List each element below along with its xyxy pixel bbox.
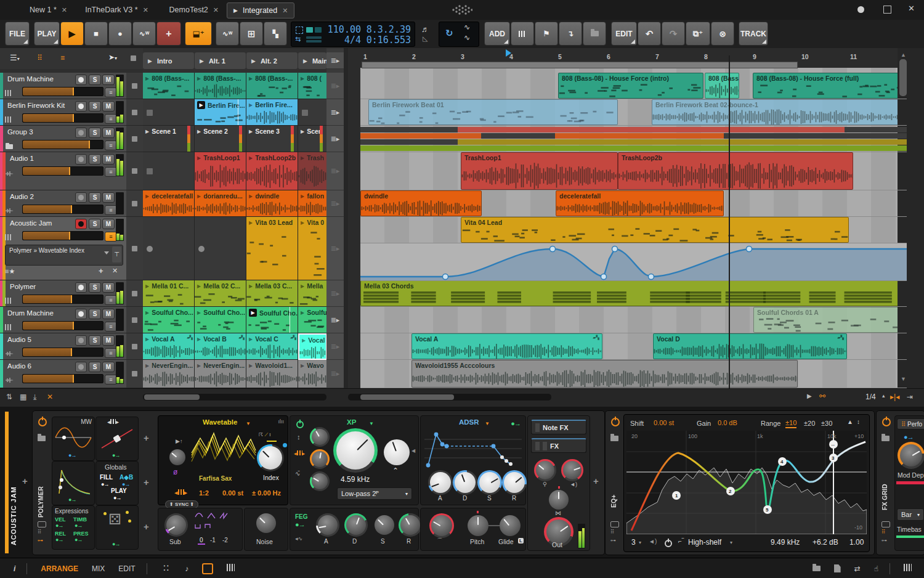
record-arm-button[interactable] [75,192,87,203]
solo-button[interactable]: S [89,75,101,85]
track-name[interactable]: Polymer [10,283,36,290]
add-modulator-2[interactable]: + [144,477,149,487]
volume-fader[interactable] [22,205,103,214]
track-list-mode-icon[interactable]: ☰▾ [10,53,20,62]
solo-button[interactable]: S [89,101,101,112]
track-button[interactable]: TRACK [739,22,768,46]
wavetable-display[interactable] [190,431,257,475]
automation-point[interactable] [747,246,752,252]
solo-button[interactable]: S [89,362,101,372]
play-button[interactable]: ▶ [60,22,84,46]
launcher-overdub-button[interactable]: ⊞ [240,22,263,46]
track-menu-button[interactable]: ≡ [105,140,117,150]
io-panel-icon[interactable]: ⇄ [854,564,861,573]
automation-point[interactable] [601,274,607,280]
volume-fader[interactable] [22,295,103,304]
eq-range-30[interactable]: ±30 [821,420,832,427]
eq-preset-icon[interactable] [610,433,618,444]
tab-close-icon[interactable]: ✕ [213,6,219,14]
mod-dice[interactable]: ⚄ ●→ [95,505,139,550]
snap-toggle-icon[interactable]: ▸|◂ [890,393,899,401]
performer-header[interactable]: ⠿ Perfo [897,418,924,429]
clip-slot[interactable]: ▶808 ( [298,73,326,99]
clip-slot[interactable] [143,152,195,190]
clip-slot[interactable] [143,217,195,280]
delete-button[interactable]: ⊗ [711,22,734,46]
song-position[interactable]: 8.3.2.39 [364,24,411,35]
track-name[interactable]: Drum Machine [7,309,54,317]
lane-view-icon[interactable]: ≡ [60,54,65,62]
velsens-knob[interactable] [536,461,554,479]
time-signature[interactable]: 4/4 [325,35,361,46]
noise-panel[interactable]: Noise [244,508,288,551]
adsr-graph[interactable] [424,429,522,468]
filter-keyamt-knob[interactable] [312,451,328,467]
track-name[interactable]: Acoustic Jam [10,219,52,227]
restore-window-icon[interactable] [883,6,891,14]
env-type-label[interactable]: ADSR [459,418,479,426]
polymer-power-icon[interactable] [38,418,47,429]
expr-rel[interactable]: REL [55,531,66,537]
solo-button[interactable]: S [89,335,101,346]
note-fx-slot[interactable]: Note FX [531,420,586,434]
expr-timb-arrow[interactable]: ●→ [75,523,82,529]
track-header[interactable]: Audio 5SM≡ [0,333,126,360]
launcher-column-header[interactable]: ▶Alt. 1 [195,52,246,69]
follow-playback-icon[interactable]: ⇅ [6,393,12,401]
filter-env-amt-icon[interactable]: ↕ [297,433,301,441]
filter-power-icon[interactable] [296,420,304,431]
xp-filter-panel[interactable]: XP ▼ ↕ ◂▸ ∿̄ 4.59 kHz ◀ ⌃ Low-pass 2ᴾ▾ [290,415,419,505]
device-panel-toggle-icon[interactable] [202,563,213,574]
automation-write-button[interactable]: ∿ʷ [132,22,156,46]
polymer-display-toggle-icon[interactable] [38,521,46,527]
automation-point[interactable] [612,246,618,252]
clip-slot[interactable]: ▶Vocal [298,333,326,360]
out-knob[interactable] [546,519,571,544]
track-name[interactable]: Group 3 [7,128,33,136]
track-menu-button[interactable]: ≡ [105,114,117,124]
snap-grid-icon[interactable]: ▦ [20,393,26,401]
env-r-knob[interactable] [504,472,525,493]
browser-button[interactable] [583,22,606,46]
track-stop-clips-button[interactable] [126,99,143,126]
feg-r-knob[interactable] [400,515,420,535]
clip-slot[interactable] [298,99,326,126]
mod-arrow-blue-icon[interactable]: ●→ [68,452,76,458]
glide-legato-badge[interactable]: L [518,538,524,543]
punch-in-button[interactable]: ⚑ [535,22,558,46]
track-stop-clips-button[interactable] [126,190,143,217]
expr-vel-arrow[interactable]: ●→ [55,523,63,529]
polymer-grid-icon[interactable]: ⠿ [38,529,42,535]
track-menu-button[interactable]: ≡ [105,348,117,358]
eq-gain-value[interactable]: 0.0 dB [718,419,737,426]
eq-band-count[interactable]: 3 [631,538,636,547]
osc-type-label[interactable]: Wavetable [203,418,237,426]
osc-phase-knob[interactable] [169,449,185,465]
eq-range-10[interactable]: ±10 [785,419,796,428]
clip-slot[interactable]: ▶Scen [298,126,326,152]
track-header[interactable]: Berlin Firework KitSM≡ [0,99,126,126]
row-stop-button[interactable]: ≣▸ [326,152,344,190]
clip-slot[interactable]: ▶Vocal A▰▚ [143,333,195,360]
track-stop-clips-button[interactable] [126,280,143,307]
globals-fill-arrow-icon[interactable]: ●→ [101,481,108,487]
grid-resolution-caret[interactable]: ▴ [882,393,885,399]
punch-out-button[interactable]: ↴ [559,22,582,46]
track-stop-clips-button[interactable] [126,360,143,388]
record-button[interactable]: ● [108,22,132,46]
eq-device-name[interactable]: EQ+ [610,458,617,508]
eq-band-gain[interactable]: +6.2 dB [813,538,838,547]
play-follow-icon[interactable]: ▶ [807,393,812,399]
volume-fader[interactable] [22,374,103,383]
clip-slot[interactable]: ▶Scene 1 [143,126,195,152]
volume-fader[interactable] [22,348,103,357]
browser-panel-icon[interactable] [813,564,821,573]
eq-shift-value[interactable]: 0.00 st [654,419,674,426]
track-header[interactable]: Drum MachineSM≡ [0,307,126,333]
clip-slot[interactable]: ▶Mella 02 C... [195,280,246,307]
playhead-line[interactable] [729,55,730,388]
osc-semitone-value[interactable]: 0.00 st [222,489,243,497]
file-button[interactable]: FILE [5,22,30,46]
mute-button[interactable]: M [102,128,115,138]
launcher-column-header[interactable]: ▶Main [298,52,326,69]
